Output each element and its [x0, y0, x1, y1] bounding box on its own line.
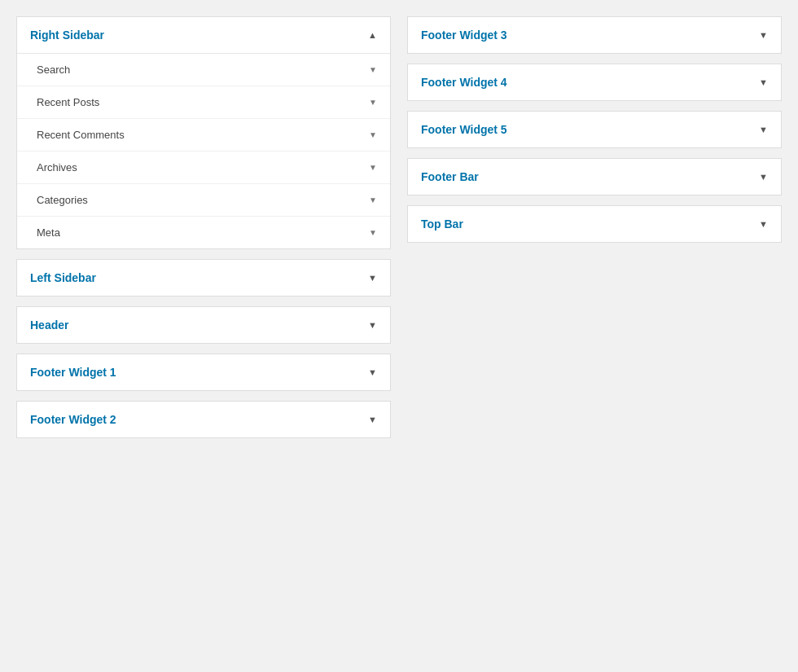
panel-right-sidebar-chevron: ▲: [368, 31, 377, 40]
panel-footer-widget-2-header[interactable]: Footer Widget 2 ▼: [17, 402, 390, 437]
panel-footer-widget-4-label: Footer Widget 4: [421, 76, 507, 89]
panel-footer-bar: Footer Bar ▼: [407, 158, 782, 195]
panel-footer-widget-3-label: Footer Widget 3: [421, 29, 507, 42]
sub-item-search-chevron: ▼: [369, 65, 377, 74]
panel-left-sidebar-label: Left Sidebar: [30, 271, 96, 284]
panel-footer-bar-chevron: ▼: [759, 173, 768, 182]
panel-footer-widget-5: Footer Widget 5 ▼: [407, 111, 782, 148]
panel-footer-bar-header[interactable]: Footer Bar ▼: [408, 159, 781, 195]
panel-footer-widget-1: Footer Widget 1 ▼: [16, 354, 391, 391]
panel-header-label: Header: [30, 318, 68, 332]
panel-footer-widget-2-label: Footer Widget 2: [30, 413, 116, 426]
panel-footer-widget-3-chevron: ▼: [759, 31, 768, 40]
sub-item-recent-posts[interactable]: Recent Posts ▼: [17, 86, 390, 119]
sub-item-meta[interactable]: Meta ▼: [17, 217, 390, 248]
sub-item-recent-comments-chevron: ▼: [369, 130, 377, 139]
panel-footer-widget-5-header[interactable]: Footer Widget 5 ▼: [408, 112, 781, 147]
sub-item-archives[interactable]: Archives ▼: [17, 152, 390, 184]
panel-header-chevron: ▼: [368, 321, 377, 330]
sub-item-archives-label: Archives: [37, 161, 77, 173]
panel-right-sidebar: Right Sidebar ▲ Search ▼ Recent Posts ▼ …: [16, 16, 391, 249]
sub-item-search-label: Search: [37, 64, 70, 76]
panel-footer-widget-2-chevron: ▼: [368, 415, 377, 424]
panel-footer-bar-label: Footer Bar: [421, 170, 479, 183]
panel-footer-widget-3-header[interactable]: Footer Widget 3 ▼: [408, 17, 781, 53]
panel-footer-widget-1-label: Footer Widget 1: [30, 366, 116, 379]
right-column: Footer Widget 3 ▼ Footer Widget 4 ▼ Foot…: [407, 16, 782, 448]
panel-top-bar-chevron: ▼: [759, 220, 768, 229]
panel-top-bar-label: Top Bar: [421, 217, 463, 231]
sub-item-recent-posts-chevron: ▼: [369, 98, 377, 107]
sub-item-archives-chevron: ▼: [369, 163, 377, 172]
panel-footer-widget-1-chevron: ▼: [368, 368, 377, 377]
panel-top-bar: Top Bar ▼: [407, 205, 782, 243]
panel-footer-widget-2: Footer Widget 2 ▼: [16, 401, 391, 438]
panel-header-header[interactable]: Header ▼: [17, 307, 390, 343]
panel-footer-widget-4: Footer Widget 4 ▼: [407, 64, 782, 101]
sub-item-categories[interactable]: Categories ▼: [17, 184, 390, 217]
panel-right-sidebar-label: Right Sidebar: [30, 29, 104, 42]
panel-top-bar-header[interactable]: Top Bar ▼: [408, 206, 781, 242]
panel-left-sidebar: Left Sidebar ▼: [16, 259, 391, 296]
panel-left-sidebar-header[interactable]: Left Sidebar ▼: [17, 260, 390, 296]
widget-areas-layout: Right Sidebar ▲ Search ▼ Recent Posts ▼ …: [16, 16, 782, 448]
panel-footer-widget-1-header[interactable]: Footer Widget 1 ▼: [17, 354, 390, 390]
sub-item-recent-comments[interactable]: Recent Comments ▼: [17, 119, 390, 152]
left-column: Right Sidebar ▲ Search ▼ Recent Posts ▼ …: [16, 16, 391, 448]
sub-item-categories-label: Categories: [37, 194, 88, 206]
panel-footer-widget-5-chevron: ▼: [759, 125, 768, 134]
panel-left-sidebar-chevron: ▼: [368, 274, 377, 283]
panel-footer-widget-3: Footer Widget 3 ▼: [407, 16, 782, 54]
panel-footer-widget-4-chevron: ▼: [759, 78, 768, 87]
panel-right-sidebar-body: Search ▼ Recent Posts ▼ Recent Comments …: [17, 54, 390, 248]
sub-item-meta-label: Meta: [37, 226, 60, 239]
sub-item-recent-posts-label: Recent Posts: [37, 96, 99, 108]
sub-item-search[interactable]: Search ▼: [17, 54, 390, 86]
panel-footer-widget-4-header[interactable]: Footer Widget 4 ▼: [408, 64, 781, 100]
panel-header: Header ▼: [16, 306, 391, 344]
panel-footer-widget-5-label: Footer Widget 5: [421, 123, 507, 136]
sub-item-meta-chevron: ▼: [369, 228, 377, 237]
panel-right-sidebar-header[interactable]: Right Sidebar ▲: [17, 17, 390, 54]
sub-item-recent-comments-label: Recent Comments: [37, 129, 125, 141]
sub-item-categories-chevron: ▼: [369, 195, 377, 204]
